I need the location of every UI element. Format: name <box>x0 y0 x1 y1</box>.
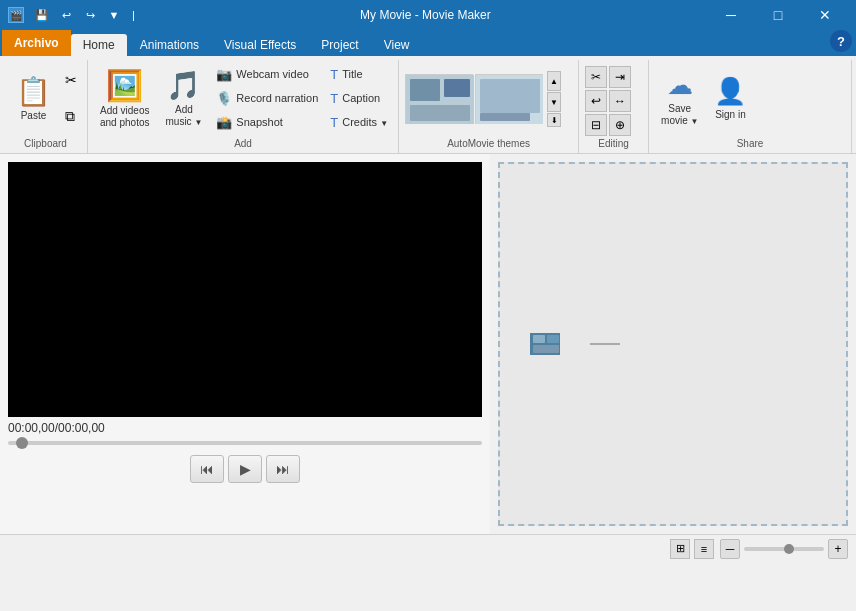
clipboard-small-buttons: ✂ ⧉ <box>61 62 81 134</box>
theme-scroll-more[interactable]: ⬇ <box>547 113 561 127</box>
microphone-icon: 🎙️ <box>216 91 232 106</box>
zoom-slider-thumb[interactable] <box>784 544 794 554</box>
title-bar: 🎬 💾 ↩ ↪ ▼ | My Movie - Movie Maker ─ □ ✕ <box>0 0 856 30</box>
person-icon: 👤 <box>714 76 746 107</box>
clipboard-group: 📋 Paste ✂ ⧉ Clipboard <box>4 60 88 153</box>
scrubber-track[interactable] <box>8 441 482 445</box>
title-button[interactable]: T Title <box>326 63 392 85</box>
video-preview-panel: 00:00,00/00:00,00 ⏮ ▶ ⏭ <box>0 154 490 534</box>
add-content: 🖼️ Add videosand photos 🎵 Addmusic ▼ 📷 W… <box>94 62 392 136</box>
zoom-in-button[interactable]: + <box>828 539 848 559</box>
copy-icon: ⧉ <box>65 108 75 125</box>
theme-scroll-buttons: ▲ ▼ ⬇ <box>547 71 561 127</box>
automovie-content: ▲ ▼ ⬇ <box>405 62 572 136</box>
svg-rect-3 <box>410 105 470 121</box>
sign-in-button[interactable]: 👤 Sign in <box>708 62 752 134</box>
tab-visual-effects[interactable]: Visual Effects <box>212 34 308 56</box>
fast-forward-button[interactable]: ⏭ <box>266 455 300 483</box>
tab-project[interactable]: Project <box>309 34 370 56</box>
status-icon-2[interactable]: ≡ <box>694 539 714 559</box>
editing-label: Editing <box>585 136 642 151</box>
add-videos-icon: 🖼️ <box>106 68 143 103</box>
save-movie-label: Savemovie ▼ <box>661 103 698 127</box>
share-label: Share <box>655 136 845 151</box>
zoom-control: ─ + <box>720 539 848 559</box>
window-controls: ─ □ ✕ <box>708 0 848 30</box>
svg-rect-9 <box>547 335 559 343</box>
save-movie-button[interactable]: ☁ Savemovie ▼ <box>655 62 704 134</box>
theme-scroll-up[interactable]: ▲ <box>547 71 561 91</box>
tab-archivo[interactable]: Archivo <box>2 30 71 56</box>
cut-icon: ✂ <box>65 72 77 88</box>
story-thumbnail <box>530 333 560 355</box>
rewind-button[interactable]: ⏮ <box>190 455 224 483</box>
edit-btn-6[interactable]: ⊕ <box>609 114 631 136</box>
edit-btn-5[interactable]: ⊟ <box>585 114 607 136</box>
cut-button[interactable]: ✂ <box>61 69 81 91</box>
theme-scroll-down[interactable]: ▼ <box>547 92 561 112</box>
record-narration-label: Record narration <box>236 92 318 104</box>
clipboard-label: Clipboard <box>10 136 81 151</box>
status-icons: ⊞ ≡ <box>670 539 714 559</box>
theme-scroll <box>405 74 543 124</box>
zoom-out-button[interactable]: ─ <box>720 539 740 559</box>
credits-label: Credits ▼ <box>342 116 388 128</box>
tab-view[interactable]: View <box>372 34 422 56</box>
video-time: 00:00,00/00:00,00 <box>8 417 482 439</box>
record-narration-button[interactable]: 🎙️ Record narration <box>212 87 322 109</box>
ribbon-tabs: Archivo Home Animations Visual Effects P… <box>0 30 856 56</box>
status-icon-1[interactable]: ⊞ <box>670 539 690 559</box>
automovie-label: AutoMovie themes <box>405 136 572 151</box>
share-content: ☁ Savemovie ▼ 👤 Sign in <box>655 62 845 136</box>
tab-animations[interactable]: Animations <box>128 34 211 56</box>
clipboard-content: 📋 Paste ✂ ⧉ <box>10 62 81 136</box>
paste-button[interactable]: 📋 Paste <box>10 62 57 134</box>
caption-button[interactable]: T Caption <box>326 87 392 109</box>
title-bar-icons: 🎬 <box>8 7 24 23</box>
storyboard-panel <box>498 162 848 526</box>
paste-icon: 📋 <box>16 75 51 108</box>
add-videos-photos-button[interactable]: 🖼️ Add videosand photos <box>94 62 156 134</box>
scrubber-thumb[interactable] <box>16 437 28 449</box>
caption-icon: T <box>330 91 338 106</box>
copy-button[interactable]: ⧉ <box>61 105 81 127</box>
story-timeline-line <box>590 343 620 345</box>
svg-rect-6 <box>480 113 530 121</box>
automovie-group: ▲ ▼ ⬇ AutoMovie themes <box>399 60 579 153</box>
svg-rect-5 <box>480 79 540 113</box>
editing-group: ✂ ⇥ ↩ ↔ ⊟ ⊕ Editing <box>579 60 649 153</box>
edit-btn-3[interactable]: ↩ <box>585 90 607 112</box>
close-button[interactable]: ✕ <box>802 0 848 30</box>
minimize-button[interactable]: ─ <box>708 0 754 30</box>
edit-btn-1[interactable]: ✂ <box>585 66 607 88</box>
theme-box-1[interactable] <box>405 74 473 124</box>
snapshot-button[interactable]: 📸 Snapshot <box>212 111 322 133</box>
play-button[interactable]: ▶ <box>228 455 262 483</box>
add-music-label: Addmusic ▼ <box>166 104 203 128</box>
zoom-slider-track[interactable] <box>744 547 824 551</box>
help-button[interactable]: ? <box>830 30 852 52</box>
svg-rect-10 <box>533 345 559 353</box>
quick-access-undo[interactable]: ↩ <box>56 5 76 25</box>
quick-access-redo[interactable]: ↪ <box>80 5 100 25</box>
maximize-button[interactable]: □ <box>755 0 801 30</box>
tab-home[interactable]: Home <box>71 34 127 56</box>
quick-access-save[interactable]: 💾 <box>32 5 52 25</box>
save-movie-icon: ☁ <box>667 70 693 101</box>
video-scrubber[interactable] <box>8 439 482 447</box>
add-music-button[interactable]: 🎵 Addmusic ▼ <box>160 62 209 134</box>
sign-in-label: Sign in <box>715 109 746 121</box>
edit-btn-2[interactable]: ⇥ <box>609 66 631 88</box>
storyboard-item[interactable] <box>530 333 560 355</box>
quick-access-dropdown[interactable]: ▼ <box>104 5 124 25</box>
window-title: My Movie - Movie Maker <box>143 8 708 22</box>
status-bar: ⊞ ≡ ─ + <box>0 534 856 562</box>
add-group: 🖼️ Add videosand photos 🎵 Addmusic ▼ 📷 W… <box>88 60 399 153</box>
credits-button[interactable]: T Credits ▼ <box>326 111 392 133</box>
theme-box-2[interactable] <box>475 74 543 124</box>
webcam-video-button[interactable]: 📷 Webcam video <box>212 63 322 85</box>
caption-label: Caption <box>342 92 380 104</box>
text-buttons: T Title T Caption T Credits ▼ <box>326 62 392 134</box>
edit-btn-4[interactable]: ↔ <box>609 90 631 112</box>
snapshot-label: Snapshot <box>236 116 282 128</box>
